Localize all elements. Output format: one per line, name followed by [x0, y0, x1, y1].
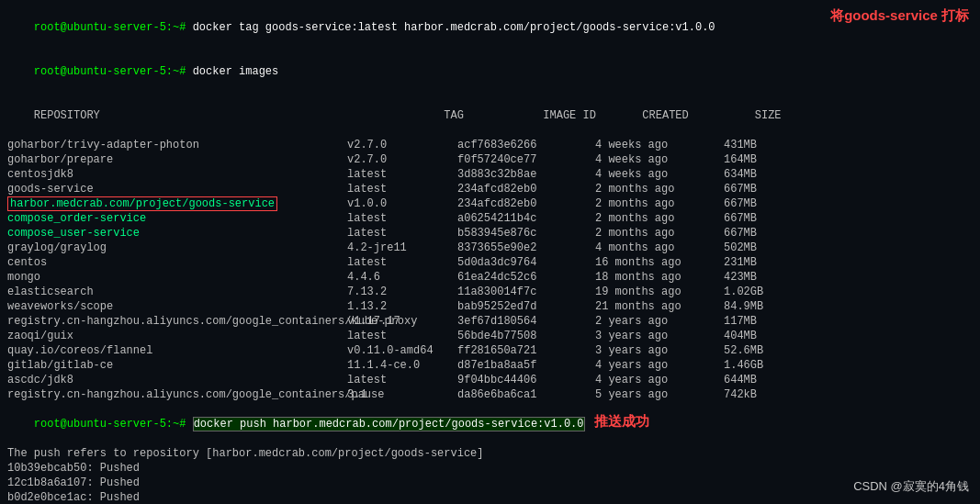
prompt: root@ubuntu-server-5:~#: [34, 418, 193, 431]
push-command-line: root@ubuntu-server-5:~# docker push harb…: [7, 402, 973, 446]
table-row: graylog/graylog4.2-jre118373655e90e24 mo…: [7, 241, 973, 255]
table-row: goharbor/trivy-adapter-photonv2.7.0acf76…: [7, 138, 973, 152]
table-row: goods-servicelatest234afcd82eb02 months …: [7, 182, 973, 196]
terminal-line: root@ubuntu-server-5:~# docker tag goods…: [7, 6, 973, 50]
push-layer: 10b39ebcab50: Pushed: [7, 461, 973, 476]
table-row: goharbor/preparev2.7.0f0f57240ce774 week…: [7, 152, 973, 167]
table-row: registry.cn-hangzhou.aliyuncs.com/google…: [7, 314, 973, 329]
table-row: compose_order-servicelatesta06254211b4c2…: [7, 211, 973, 226]
terminal: root@ubuntu-server-5:~# docker tag goods…: [0, 0, 980, 504]
table-row: gitlab/gitlab-ce11.1.4-ce.0d87e1ba8aa5f4…: [7, 358, 973, 373]
prompt: root@ubuntu-server-5:~#: [34, 21, 193, 34]
watermark: CSDN @寂寞的4角钱: [853, 478, 969, 495]
command: docker images: [193, 65, 279, 78]
table-row: mongo4.4.661ea24dc52c618 months ago423MB: [7, 270, 973, 285]
table-row: quay.io/coreos/flannelv0.11.0-amd64ff281…: [7, 343, 973, 358]
prompt: root@ubuntu-server-5:~#: [34, 65, 193, 78]
table-row: zaoqi/guixlatest56bde4b775083 years ago4…: [7, 329, 973, 343]
annotation-tag: 将goods-service 打标: [830, 7, 969, 25]
push-layer: b0d2e0bce1ac: Pushed: [7, 490, 973, 504]
annotation-push: 推送成功: [594, 413, 649, 431]
terminal-line: root@ubuntu-server-5:~# docker images: [7, 50, 973, 94]
table-row: registry.cn-hangzhou.aliyuncs.com/google…: [7, 387, 973, 402]
push-output: The push refers to repository [harbor.me…: [7, 446, 973, 461]
table-row: elasticsearch7.13.211a830014f7c19 months…: [7, 285, 973, 299]
table-header: REPOSITORY TAG IMAGE ID CREATED SIZE: [7, 94, 973, 138]
table-row: compose_user-servicelatestb583945e876c2 …: [7, 226, 973, 241]
table-row: centoslatest5d0da3dc976416 months ago231…: [7, 255, 973, 270]
push-layer: 12c1b8a6a107: Pushed: [7, 476, 973, 490]
push-command: docker push harbor.medcrab.com/project/g…: [193, 417, 585, 431]
table-row: centosjdk8latest3d883c32b8ae4 weeks ago6…: [7, 167, 973, 182]
command: docker tag goods-service:latest harbor.m…: [193, 21, 715, 34]
table-row-highlighted: harbor.medcrab.com/project/goods-service…: [7, 196, 973, 211]
table-row: weaveworks/scope1.13.2bab95252ed7d21 mon…: [7, 299, 973, 314]
table-row: ascdc/jdk8latest9f04bbc444064 years ago6…: [7, 373, 973, 387]
